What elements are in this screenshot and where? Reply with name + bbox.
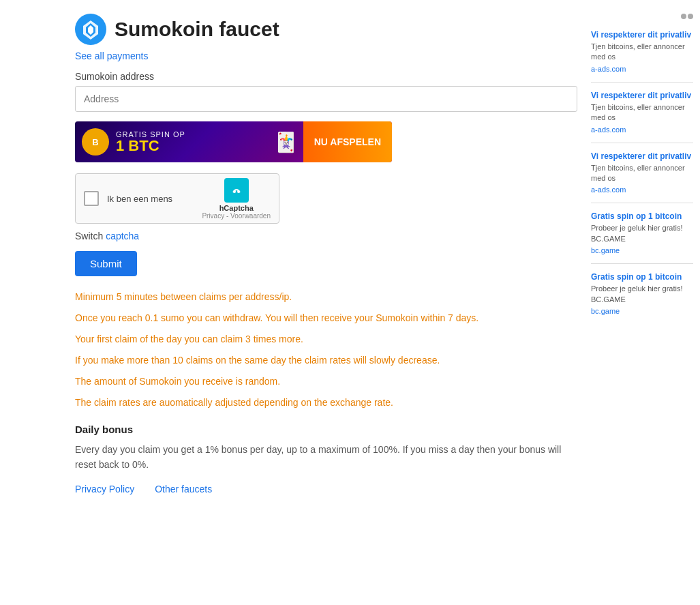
info-line-4: If you make more than 10 claims on the s…	[75, 353, 577, 368]
info-line-3: Your first claim of the day you can clai…	[75, 332, 577, 346]
bc-game-logo: B	[82, 128, 109, 156]
banner-text: GRATIS SPIN OP 1 BTC	[116, 130, 274, 153]
other-faucets-link[interactable]: Other faucets	[155, 484, 212, 495]
privacy-policy-link[interactable]: Privacy Policy	[75, 484, 134, 495]
submit-button[interactable]: Submit	[75, 251, 137, 276]
sidebar-ad-1-link[interactable]: Vi respekterer dit privatliv	[591, 30, 693, 40]
banner-cards-icon: 🃏	[274, 131, 298, 153]
daily-bonus-title: Daily bonus	[75, 424, 577, 435]
info-line-1: Minimum 5 minutes between claims per add…	[75, 290, 577, 304]
sidebar: Vi respekterer dit privatliv Tjen bitcoi…	[591, 7, 700, 598]
svg-text:B: B	[92, 137, 98, 147]
sidebar-ad-1-text: Tjen bitcoins, eller annoncer med os	[591, 42, 693, 63]
sidebar-ad-3: Vi respekterer dit privatliv Tjen bitcoi…	[591, 151, 693, 204]
captcha-brand-section: hCaptcha Privacy - Voorwaarden	[202, 178, 271, 220]
captcha-links: Privacy - Voorwaarden	[202, 212, 271, 220]
svg-point-7	[233, 190, 236, 193]
sidebar-ad-2-text: Tjen bitcoins, eller annoncer med os	[591, 102, 693, 123]
sidebar-ad-1-ref[interactable]: a-ads.com	[591, 65, 626, 73]
sidebar-user-icon	[681, 14, 693, 23]
daily-bonus-text: Every day you claim you get a 1% bonus p…	[75, 442, 577, 473]
banner-play-button[interactable]: NU AFSPELEN	[303, 121, 392, 162]
switch-captcha-row: Switch captcha	[75, 231, 577, 241]
sidebar-ad-3-link[interactable]: Vi respekterer dit privatliv	[591, 151, 693, 161]
sidebar-ad-5: Gratis spin op 1 bitcoin Probeer je gelu…	[591, 272, 693, 324]
sidebar-ad-3-text: Tjen bitcoins, eller annoncer med os	[591, 163, 693, 184]
sidebar-ad-4-text: Probeer je geluk hier gratis! BC.GAME	[591, 223, 693, 244]
captcha-left: Ik ben een mens	[84, 191, 172, 206]
sidebar-ad-5-text: Probeer je geluk hier gratis! BC.GAME	[591, 284, 693, 305]
page-title: Sumokoin faucet	[115, 18, 279, 41]
svg-point-8	[237, 190, 240, 193]
hcaptcha-icon	[229, 183, 244, 198]
page-header: Sumokoin faucet	[75, 14, 577, 45]
sidebar-ad-4-link[interactable]: Gratis spin op 1 bitcoin	[591, 211, 693, 221]
footer-links: Privacy Policy Other faucets	[75, 484, 577, 495]
captcha-widget[interactable]: Ik ben een mens hCaptcha Privacy - Voorw…	[75, 173, 279, 224]
info-line-6: The claim rates are auomatically adjuste…	[75, 396, 577, 410]
sidebar-ad-1: Vi respekterer dit privatliv Tjen bitcoi…	[591, 30, 693, 83]
info-line-5: The amount of Sumokoin you receive is ra…	[75, 374, 577, 389]
address-label: Sumokoin address	[75, 71, 577, 82]
sidebar-ad-5-link[interactable]: Gratis spin op 1 bitcoin	[591, 272, 693, 282]
captcha-privacy-link[interactable]: Privacy	[202, 212, 224, 220]
switch-label: Switch	[75, 231, 103, 241]
sidebar-ad-2: Vi respekterer dit privatliv Tjen bitcoi…	[591, 91, 693, 143]
captcha-brand-name: hCaptcha	[219, 204, 254, 212]
captcha-label: Ik ben een mens	[107, 194, 172, 204]
hcaptcha-logo	[224, 178, 249, 203]
info-line-2: Once you reach 0.1 sumo you can withdraw…	[75, 311, 577, 325]
sidebar-ad-5-ref[interactable]: bc.game	[591, 307, 620, 315]
sidebar-ad-4: Gratis spin op 1 bitcoin Probeer je gelu…	[591, 211, 693, 264]
sidebar-ad-2-ref[interactable]: a-ads.com	[591, 126, 626, 134]
sidebar-ad-2-link[interactable]: Vi respekterer dit privatliv	[591, 91, 693, 100]
advertisement-banner[interactable]: B GRATIS SPIN OP 1 BTC 🃏 NU AFSPELEN	[75, 121, 392, 162]
captcha-checkbox[interactable]	[84, 191, 99, 206]
sumokoin-logo	[75, 14, 106, 45]
see-payments-link[interactable]: See all payments	[75, 50, 148, 61]
banner-btc-text: 1 BTC	[116, 138, 274, 153]
bc-game-icon: B	[88, 134, 103, 149]
switch-captcha-link[interactable]: captcha	[106, 231, 139, 241]
sidebar-ad-4-ref[interactable]: bc.game	[591, 246, 620, 254]
address-input[interactable]	[75, 86, 577, 112]
sidebar-ad-3-ref[interactable]: a-ads.com	[591, 186, 626, 194]
daily-bonus-section: Daily bonus Every day you claim you get …	[75, 424, 577, 473]
captcha-terms-link[interactable]: Voorwaarden	[230, 212, 271, 220]
banner-play-text: NU AFSPELEN	[314, 136, 381, 147]
info-lines: Minimum 5 minutes between claims per add…	[75, 290, 577, 410]
